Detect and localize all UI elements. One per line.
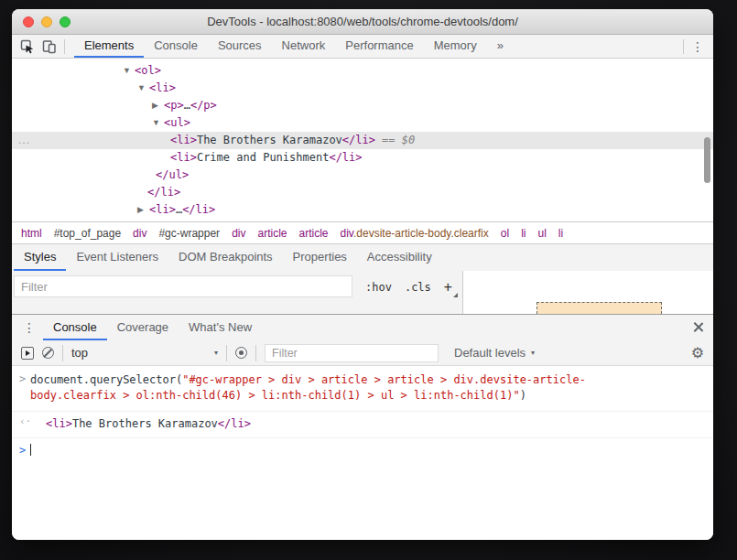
elements-dom-tree: ▼<ol> ▼<li> ▶<p>…</p> ▼<ul> ...<li>The B… <box>12 59 713 221</box>
console-command-echo: > document.querySelector("#gc-wrapper > … <box>12 366 713 412</box>
tab-properties[interactable]: Properties <box>283 244 357 271</box>
return-value-icon: ‹· <box>19 415 31 427</box>
tab-memory[interactable]: Memory <box>424 35 487 58</box>
close-drawer-icon[interactable] <box>691 320 705 334</box>
inspect-element-icon[interactable] <box>20 39 35 54</box>
tab-dom-breakpoints[interactable]: DOM Breakpoints <box>168 244 283 271</box>
collapse-arrow-icon[interactable]: ▶ <box>152 97 164 114</box>
toolbar-divider <box>64 39 65 54</box>
tab-network[interactable]: Network <box>272 35 336 58</box>
text-cursor <box>30 444 31 456</box>
toolbar-divider <box>62 345 63 361</box>
create-live-expression-icon[interactable] <box>235 347 247 359</box>
tree-node-close-li[interactable]: </li> <box>12 184 713 201</box>
breadcrumb: html #top_of_page div #gc-wrapper div ar… <box>12 221 713 243</box>
tree-node-li[interactable]: <li>Crime and Punishment</li> <box>12 149 713 167</box>
tree-node-li[interactable]: ▶<li>…</li> <box>12 201 713 219</box>
styles-pane-body: :hov .cls + <box>12 271 713 314</box>
toolbar-divider <box>255 345 256 361</box>
tree-node-ol[interactable]: ▼<ol> <box>12 62 713 80</box>
crumb-li[interactable]: li <box>521 227 526 240</box>
new-style-rule-button[interactable]: + <box>444 279 458 296</box>
code-text: document.querySelector( <box>30 373 182 386</box>
crumb-tag-part: div <box>341 227 353 240</box>
tag-text: </li> <box>342 134 375 146</box>
styles-filter-input[interactable] <box>14 275 352 297</box>
tab-styles[interactable]: Styles <box>14 244 66 271</box>
tag-text: </li> <box>329 151 362 164</box>
node-text: Crime and Punishment <box>197 151 330 164</box>
window-title: DevTools - localhost:8080/web/tools/chro… <box>12 9 713 35</box>
sidebar-tabs: Styles Event Listeners DOM Breakpoints P… <box>12 243 713 271</box>
more-tabs-chevron-icon[interactable]: » <box>487 35 514 58</box>
context-label: top <box>71 346 88 360</box>
box-model-margin-edge[interactable] <box>536 302 662 314</box>
tree-node-p[interactable]: ▶<p>…</p> <box>12 97 713 114</box>
console-filter-input[interactable] <box>265 344 439 362</box>
console-result: ‹· <li>The Brothers Karamazov</li> <box>12 412 713 438</box>
clear-console-icon[interactable] <box>42 347 54 359</box>
drawer-menu-icon[interactable]: ⋮ <box>23 321 36 334</box>
tree-node-li[interactable]: ▼<li> <box>12 80 713 97</box>
tab-performance[interactable]: Performance <box>335 35 423 58</box>
overflow-dots-icon[interactable]: ... <box>18 132 30 149</box>
crumb-div[interactable]: div <box>133 227 146 240</box>
tab-accessibility[interactable]: Accessibility <box>357 244 442 271</box>
drawer-tab-console[interactable]: Console <box>43 315 107 340</box>
result-text[interactable]: <li>The Brothers Karamazov</li> <box>46 416 713 432</box>
node-text: The Brothers Karamazov <box>197 134 342 146</box>
expand-arrow-icon[interactable]: ▼ <box>123 62 135 80</box>
levels-label: Default levels <box>454 346 526 360</box>
tag-text: <p> <box>164 99 184 112</box>
console-toolbar: top ▾ Default levels ▾ ⚙ <box>12 340 713 366</box>
crumb-ol[interactable]: ol <box>501 227 509 240</box>
tag-text: <li> <box>149 203 176 216</box>
console-settings-gear-icon[interactable]: ⚙ <box>691 346 704 361</box>
device-toolbar-icon[interactable] <box>42 39 57 54</box>
execution-context-selector[interactable]: top ▾ <box>71 346 218 360</box>
tree-node-close-ul[interactable]: </ul> <box>12 167 713 184</box>
crumb-div[interactable]: div <box>232 227 245 240</box>
toggle-element-state-button[interactable]: :hov <box>365 281 392 294</box>
crumb-article[interactable]: article <box>298 227 328 240</box>
tree-node-ul[interactable]: ▼<ul> <box>12 114 713 132</box>
crumb-devsite-article-body[interactable]: div.devsite-article-body.clearfix <box>341 227 489 240</box>
title-bar: DevTools - localhost:8080/web/tools/chro… <box>12 9 713 35</box>
drawer-tab-whats-new[interactable]: What's New <box>179 315 262 340</box>
tag-text: <li> <box>170 151 197 164</box>
code-text: ) <box>520 389 526 402</box>
computed-styles-pane <box>462 271 713 314</box>
ellipsis-text: … <box>184 99 190 112</box>
tag-text: <li> <box>46 417 72 430</box>
crumb-html[interactable]: html <box>21 227 42 240</box>
tree-node-li-selected[interactable]: ...<li>The Brothers Karamazov</li>== $0 <box>12 132 713 149</box>
tag-text: </li> <box>218 417 251 430</box>
expand-arrow-icon[interactable]: ▼ <box>137 80 149 97</box>
tab-elements[interactable]: Elements <box>74 35 144 58</box>
tag-text: <li> <box>149 81 176 94</box>
toolbar-divider <box>226 345 227 361</box>
expand-arrow-icon[interactable]: ▼ <box>152 114 164 132</box>
console-prompt[interactable]: > <box>12 438 713 457</box>
tab-sources[interactable]: Sources <box>208 35 272 58</box>
crumb-ul[interactable]: ul <box>537 227 546 240</box>
drawer-tab-coverage[interactable]: Coverage <box>107 315 179 340</box>
log-levels-dropdown[interactable]: Default levels ▾ <box>454 346 535 360</box>
console-sidebar-icon[interactable] <box>21 347 34 360</box>
crumb-top-of-page[interactable]: #top_of_page <box>54 227 121 240</box>
scrollbar-thumb[interactable] <box>704 137 710 183</box>
plus-icon: + <box>444 279 452 296</box>
command-chevron-icon: > <box>19 372 26 385</box>
tag-text: </li> <box>182 203 215 216</box>
element-classes-button[interactable]: .cls <box>405 281 431 294</box>
tab-console[interactable]: Console <box>144 35 208 58</box>
crumb-gc-wrapper[interactable]: #gc-wrapper <box>158 227 220 240</box>
more-options-icon[interactable]: ⋮ <box>691 40 704 53</box>
tab-event-listeners[interactable]: Event Listeners <box>66 244 168 271</box>
drawer-tab-bar: ⋮ Console Coverage What's New <box>12 315 713 340</box>
crumb-li-selected[interactable]: li <box>558 227 563 240</box>
crumb-article[interactable]: article <box>257 227 287 240</box>
panel-tabs: Elements Console Sources Network Perform… <box>74 35 514 58</box>
command-text: document.querySelector("#gc-wrapper > di… <box>30 372 591 404</box>
collapse-arrow-icon[interactable]: ▶ <box>137 201 149 219</box>
